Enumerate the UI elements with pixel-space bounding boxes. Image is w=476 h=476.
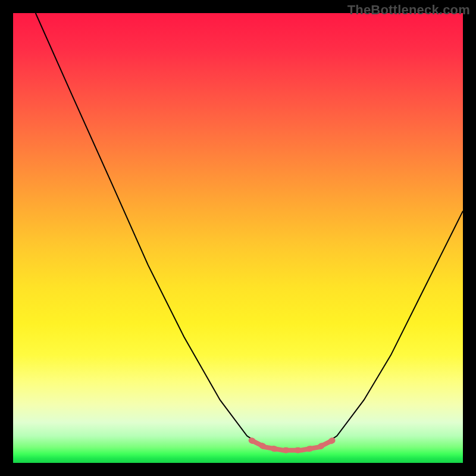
- optimal-range-highlight-fill: [252, 440, 333, 450]
- bottleneck-curve: [36, 13, 463, 452]
- chart-frame: TheBottleneck.com: [0, 0, 476, 476]
- curve-layer: [13, 13, 463, 463]
- plot-area: [13, 13, 463, 463]
- watermark-text: TheBottleneck.com: [347, 2, 470, 18]
